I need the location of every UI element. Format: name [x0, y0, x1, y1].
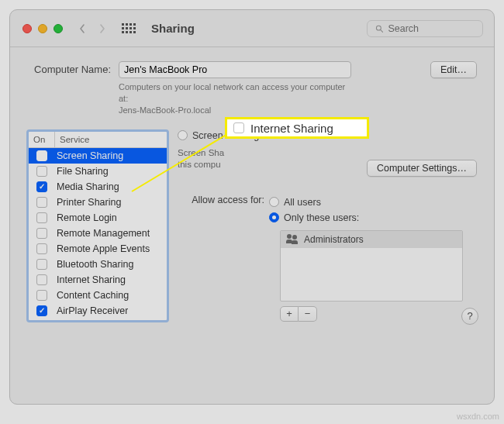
- remove-user-button[interactable]: −: [299, 306, 317, 322]
- all-users-label: All users: [284, 197, 321, 208]
- service-detail: Screen Sharing: Off Screen Sha this comp…: [178, 130, 477, 322]
- pane-title: Sharing: [151, 22, 195, 35]
- svg-line-1: [381, 29, 383, 32]
- services-list[interactable]: On Service Screen SharingFile SharingMed…: [27, 130, 168, 322]
- preferences-window: Sharing Computer Name: Computers on your…: [9, 9, 495, 405]
- service-label: Printer Sharing: [55, 197, 121, 208]
- search-field[interactable]: [367, 20, 483, 37]
- service-label: Bluetooth Sharing: [55, 259, 133, 270]
- users-list-row[interactable]: Administrators: [281, 231, 462, 248]
- service-row[interactable]: Printer Sharing: [29, 195, 167, 210]
- service-label: Remote Management: [55, 228, 150, 239]
- callout-label: Internet Sharing: [250, 122, 333, 135]
- service-row[interactable]: Remote Apple Events: [29, 241, 167, 257]
- service-checkbox[interactable]: [36, 274, 47, 285]
- status-indicator-icon: [178, 130, 188, 140]
- service-label: Remote Apple Events: [55, 243, 150, 254]
- service-checkbox[interactable]: [36, 181, 47, 192]
- help-button[interactable]: ?: [461, 308, 478, 325]
- minimize-window-button[interactable]: [38, 24, 47, 33]
- service-label: AirPlay Receiver: [55, 305, 128, 316]
- service-row[interactable]: Bluetooth Sharing: [29, 257, 167, 272]
- users-list[interactable]: Administrators: [280, 230, 463, 302]
- status-desc: Screen Sha this compu: [178, 147, 317, 171]
- content-area: Computer Name: Computers on your local n…: [10, 47, 494, 336]
- computer-name-row: Computer Name: Computers on your local n…: [27, 61, 477, 116]
- service-label: File Sharing: [55, 166, 109, 177]
- all-users-radio[interactable]: [269, 197, 279, 207]
- edit-button[interactable]: Edit…: [430, 61, 477, 78]
- back-button[interactable]: [78, 23, 86, 34]
- watermark: wsxdn.com: [457, 412, 499, 421]
- col-on[interactable]: On: [29, 132, 55, 147]
- service-label: Screen Sharing: [55, 150, 123, 161]
- close-window-button[interactable]: [22, 24, 32, 33]
- callout-highlight: Internet Sharing: [225, 117, 369, 139]
- service-checkbox[interactable]: [36, 166, 47, 177]
- service-checkbox[interactable]: [36, 197, 47, 208]
- service-row[interactable]: Content Caching: [29, 288, 167, 303]
- computer-name-label: Computer Name:: [27, 61, 111, 75]
- service-label: Internet Sharing: [55, 274, 126, 285]
- user-admins: Administrators: [304, 234, 364, 245]
- service-checkbox[interactable]: [36, 290, 47, 301]
- group-icon: [285, 234, 299, 245]
- only-these-radio[interactable]: [269, 212, 279, 222]
- service-checkbox[interactable]: [36, 150, 47, 161]
- computer-settings-button[interactable]: Computer Settings…: [367, 160, 477, 177]
- computer-name-desc: Computers on your local network can acce…: [119, 81, 351, 116]
- service-row[interactable]: Media Sharing: [29, 179, 167, 195]
- only-these-label: Only these users:: [284, 212, 359, 223]
- service-row[interactable]: File Sharing: [29, 164, 167, 179]
- service-row[interactable]: Remote Management: [29, 226, 167, 241]
- service-label: Media Sharing: [55, 181, 119, 192]
- show-all-icon[interactable]: [122, 23, 136, 33]
- service-row[interactable]: Remote Login: [29, 210, 167, 226]
- service-row[interactable]: Screen Sharing: [29, 148, 167, 164]
- service-row[interactable]: Internet Sharing: [29, 272, 167, 288]
- service-checkbox[interactable]: [36, 243, 47, 254]
- service-checkbox[interactable]: [36, 212, 47, 223]
- service-checkbox[interactable]: [36, 259, 47, 270]
- toolbar: Sharing: [10, 10, 494, 47]
- callout-checkbox-icon: [233, 122, 244, 133]
- nav-buttons: [78, 23, 106, 34]
- service-checkbox[interactable]: [36, 305, 47, 316]
- search-input[interactable]: [388, 23, 475, 34]
- window-controls: [22, 24, 63, 33]
- service-row[interactable]: AirPlay Receiver: [29, 303, 167, 319]
- allow-access-label: Allow access for:: [178, 195, 264, 205]
- zoom-window-button[interactable]: [54, 24, 63, 33]
- add-remove-controls: + −: [280, 306, 477, 322]
- service-checkbox[interactable]: [36, 228, 47, 239]
- search-icon: [375, 24, 383, 33]
- computer-name-input[interactable]: [119, 61, 351, 78]
- col-service[interactable]: Service: [55, 132, 167, 147]
- service-label: Remote Login: [55, 212, 117, 223]
- forward-button[interactable]: [98, 23, 106, 34]
- service-label: Content Caching: [55, 290, 129, 301]
- add-user-button[interactable]: +: [280, 306, 299, 322]
- services-header: On Service: [29, 132, 167, 148]
